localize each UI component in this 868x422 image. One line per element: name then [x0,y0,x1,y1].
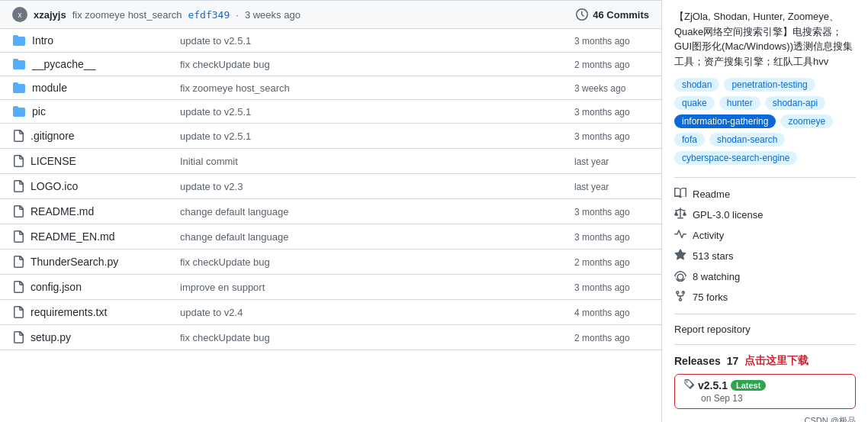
releases-cta[interactable]: 点击这里下载 [744,354,809,368]
file-link[interactable]: README_EN.md [31,230,114,243]
book-icon [674,187,686,201]
table-row: module fix zoomeye host_search 3 weeks a… [0,76,661,100]
releases-label: Releases [674,355,721,367]
file-link[interactable]: Intro [32,34,53,47]
tag-item[interactable]: fofa [674,133,705,147]
table-row: LICENSE Initial commit last year [0,149,661,174]
commit-message-cell: fix zoomeye host_search [180,82,290,94]
file-name-cell: __pycache__ [12,58,156,70]
file-name-cell: module [12,82,156,94]
tag-item[interactable]: shodan-api [765,96,825,110]
file-name-cell: README.md [12,205,156,218]
meta-item-label: 8 watching [693,271,740,282]
file-link[interactable]: pic [32,105,46,118]
repo-description: 【ZjOla, Shodan, Hunter, Zoomeye、Quake网络空… [674,9,856,69]
commit-time-cell: 2 months ago [574,333,630,343]
tag-item[interactable]: hunter [719,96,760,110]
commit-message-cell: Initial commit [180,156,238,167]
tag-item[interactable]: cyberspace-search-engine [674,151,797,165]
report-repository-link[interactable]: Report repository [674,321,856,338]
file-link[interactable]: LICENSE [31,155,76,167]
tag-item[interactable]: penetration-testing [724,78,815,92]
commit-time-cell: 2 months ago [574,257,630,268]
avatar: x [12,7,27,22]
meta-item-label: GPL-3.0 license [693,209,764,221]
file-icon [12,305,24,319]
meta-item-label: 513 stars [693,250,733,262]
fork-icon [674,290,686,304]
file-link[interactable]: __pycache__ [32,58,95,70]
commit-message-cell: update to v2.5.1 [180,106,251,118]
file-link[interactable]: requirements.txt [31,306,107,318]
pulse-icon [674,228,686,243]
folder-icon [12,58,26,70]
table-row: README.md change default language 3 mont… [0,199,661,224]
commit-time-cell: 3 weeks ago [574,83,625,94]
file-name-cell: config.json [12,280,156,294]
table-row: ThunderSearch.py fix checkUpdate bug 2 m… [0,250,661,275]
file-link[interactable]: module [32,82,67,94]
file-link[interactable]: LOGO.ico [31,180,78,192]
meta-item-label: Activity [693,230,724,241]
tag-item[interactable]: zoomeye [780,114,833,128]
commit-time-cell: 4 months ago [574,308,630,318]
tag-item[interactable]: information-gathering [674,114,776,128]
commit-username[interactable]: xzajyjs [34,9,66,21]
commit-time-cell: 3 months ago [574,282,630,293]
file-name-cell: LOGO.ico [12,179,156,193]
commit-bar: x xzajyjs fix zoomeye host_search efdf34… [0,0,661,29]
commit-message-cell: improve en support [180,282,265,293]
table-row: config.json improve en support 3 months … [0,275,661,300]
table-row: LOGO.ico update to v2.3 last year [0,174,661,199]
file-icon [12,205,24,218]
meta-item[interactable]: 513 stars [674,246,856,266]
meta-item[interactable]: Readme [674,184,856,205]
latest-badge: Latest [731,380,766,391]
commit-message-cell: update to v2.5.1 [180,130,251,142]
tag-item[interactable]: shodan-search [709,133,785,147]
file-icon [12,230,24,243]
meta-item[interactable]: GPL-3.0 license [674,205,856,225]
file-link[interactable]: config.json [31,281,82,293]
commits-count-link[interactable]: 46 Commits [576,8,649,21]
tags-container: shodanpenetration-testingquakehuntershod… [674,78,856,165]
file-link[interactable]: ThunderSearch.py [31,256,118,268]
file-link[interactable]: .gitignore [31,130,75,142]
file-icon [12,154,24,168]
latest-release-item[interactable]: v2.5.1 Latest on Sep 13 [674,374,856,409]
tag-item[interactable]: shodan [674,78,719,92]
tag-item[interactable]: quake [674,96,715,110]
release-date: on Sep 13 [683,393,766,404]
commit-message-cell: update to v2.5.1 [180,35,251,47]
file-table: Intro update to v2.5.1 3 months ago __py… [0,29,661,350]
meta-item[interactable]: Activity [674,225,856,246]
file-name-cell: setup.py [12,330,156,344]
commit-message-cell: fix checkUpdate bug [180,59,270,70]
file-name-cell: requirements.txt [12,305,156,319]
table-row: Intro update to v2.5.1 3 months ago [0,29,661,53]
file-link[interactable]: setup.py [31,331,71,343]
commit-message-cell: fix checkUpdate bug [180,332,270,343]
commit-time-cell: 3 months ago [574,131,630,142]
table-row: README_EN.md change default language 3 m… [0,224,661,250]
watermark: CSDN @极品 [674,415,856,422]
commit-message: fix zoomeye host_search [72,9,182,21]
file-icon [12,280,24,294]
table-row: __pycache__ fix checkUpdate bug 2 months… [0,53,661,76]
commit-message-cell: update to v2.4 [180,307,243,318]
table-row: pic update to v2.5.1 3 months ago [0,100,661,124]
meta-list: ReadmeGPL-3.0 licenseActivity513 stars8 … [674,184,856,308]
star-icon [674,249,686,263]
commit-message-cell: update to v2.3 [180,181,243,192]
table-row: setup.py fix checkUpdate bug 2 months ag… [0,325,661,350]
file-icon [12,330,24,344]
meta-item-label: Readme [693,188,730,200]
meta-item[interactable]: 8 watching [674,266,856,287]
commit-hash[interactable]: efdf349 [188,9,230,21]
meta-item-label: 75 forks [693,292,728,303]
meta-item[interactable]: 75 forks [674,287,856,308]
commit-time-cell: 3 months ago [574,36,630,47]
commit-time: · [236,9,239,21]
file-link[interactable]: README.md [31,205,94,217]
tag-icon [683,379,695,391]
